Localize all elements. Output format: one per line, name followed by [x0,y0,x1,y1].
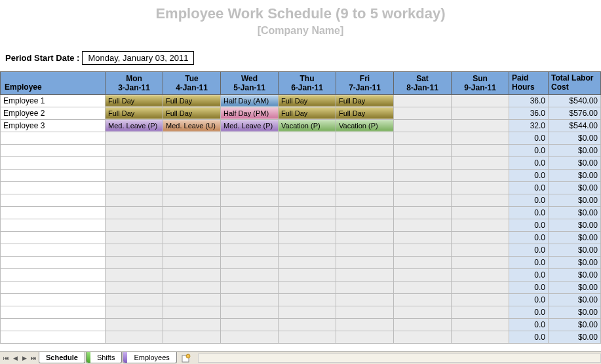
paid-hours-cell[interactable]: 0.0 [509,244,549,257]
shift-cell[interactable] [163,294,221,306]
paid-hours-cell[interactable]: 0.0 [509,219,549,232]
labor-cost-cell[interactable]: $0.00 [549,282,601,294]
labor-cost-cell[interactable]: $540.00 [549,95,601,107]
shift-cell[interactable]: Half Day (AM) [221,95,279,107]
employee-cell[interactable] [1,282,106,294]
shift-cell[interactable] [452,132,509,145]
shift-cell[interactable] [452,306,509,319]
shift-cell[interactable] [163,207,221,219]
shift-cell[interactable] [221,145,279,157]
paid-hours-cell[interactable]: 36.0 [509,95,549,107]
shift-cell[interactable] [452,232,509,244]
shift-cell[interactable] [452,294,509,306]
shift-cell[interactable] [163,232,221,244]
shift-cell[interactable] [106,132,163,145]
paid-hours-cell[interactable]: 0.0 [509,170,549,182]
shift-cell[interactable]: Med. Leave (P) [221,120,279,132]
shift-cell[interactable] [452,107,509,120]
period-start-date-input[interactable]: Monday, January 03, 2011 [82,51,194,65]
shift-cell[interactable] [221,306,279,319]
paid-hours-cell[interactable]: 0.0 [509,182,549,194]
shift-cell[interactable] [452,257,509,269]
labor-cost-cell[interactable]: $0.00 [549,132,601,145]
shift-cell[interactable] [336,194,394,207]
employee-cell[interactable] [1,257,106,269]
shift-cell[interactable] [221,257,279,269]
shift-cell[interactable] [279,132,336,145]
shift-cell[interactable] [279,257,336,269]
shift-cell[interactable] [279,170,336,182]
tab-nav-last-icon[interactable]: ⏭ [29,354,38,363]
col-wed[interactable]: Wed5-Jan-11 [221,72,279,95]
shift-cell[interactable] [221,269,279,282]
paid-hours-cell[interactable]: 0.0 [509,331,549,344]
shift-cell[interactable] [106,170,163,182]
shift-cell[interactable] [452,170,509,182]
employee-cell[interactable] [1,244,106,257]
employee-cell[interactable] [1,132,106,145]
shift-cell[interactable] [336,132,394,145]
shift-cell[interactable] [106,219,163,232]
shift-cell[interactable] [221,157,279,170]
shift-cell[interactable] [336,331,394,344]
shift-cell[interactable] [394,194,452,207]
shift-cell[interactable]: Full Day [336,95,394,107]
shift-cell[interactable] [394,319,452,331]
employee-cell[interactable] [1,232,106,244]
shift-cell[interactable] [106,194,163,207]
paid-hours-cell[interactable]: 0.0 [509,269,549,282]
shift-cell[interactable] [106,207,163,219]
shift-cell[interactable] [163,157,221,170]
labor-cost-cell[interactable]: $0.00 [549,244,601,257]
shift-cell[interactable] [279,331,336,344]
employee-cell[interactable] [1,170,106,182]
shift-cell[interactable] [394,170,452,182]
shift-cell[interactable] [279,145,336,157]
shift-cell[interactable] [394,282,452,294]
shift-cell[interactable] [394,157,452,170]
paid-hours-cell[interactable]: 0.0 [509,257,549,269]
labor-cost-cell[interactable]: $0.00 [549,207,601,219]
tab-nav-prev-icon[interactable]: ◀ [10,354,20,363]
shift-cell[interactable] [106,145,163,157]
shift-cell[interactable] [279,244,336,257]
shift-cell[interactable] [394,95,452,107]
tab-nav-next-icon[interactable]: ▶ [20,354,29,363]
shift-cell[interactable] [336,294,394,306]
shift-cell[interactable] [106,294,163,306]
shift-cell[interactable] [452,331,509,344]
shift-cell[interactable] [221,194,279,207]
shift-cell[interactable] [221,182,279,194]
shift-cell[interactable] [394,244,452,257]
shift-cell[interactable] [221,294,279,306]
labor-cost-cell[interactable]: $0.00 [549,331,601,344]
employee-cell[interactable] [1,219,106,232]
shift-cell[interactable] [394,132,452,145]
shift-cell[interactable] [106,269,163,282]
shift-cell[interactable] [452,219,509,232]
paid-hours-cell[interactable]: 0.0 [509,306,549,319]
shift-cell[interactable] [452,120,509,132]
shift-cell[interactable] [279,232,336,244]
shift-cell[interactable] [452,244,509,257]
employee-cell[interactable] [1,306,106,319]
shift-cell[interactable] [394,219,452,232]
paid-hours-cell[interactable]: 0.0 [509,232,549,244]
col-mon[interactable]: Mon3-Jan-11 [106,72,163,95]
shift-cell[interactable] [336,244,394,257]
shift-cell[interactable] [394,120,452,132]
shift-cell[interactable] [106,319,163,331]
shift-cell[interactable] [394,145,452,157]
col-paid-hours[interactable]: Paid Hours [509,72,549,95]
shift-cell[interactable] [163,282,221,294]
shift-cell[interactable] [394,306,452,319]
shift-cell[interactable] [394,269,452,282]
employee-cell[interactable]: Employee 3 [1,120,106,132]
labor-cost-cell[interactable]: $0.00 [549,170,601,182]
shift-cell[interactable] [394,107,452,120]
shift-cell[interactable] [279,282,336,294]
shift-cell[interactable] [336,257,394,269]
shift-cell[interactable] [452,319,509,331]
shift-cell[interactable] [106,157,163,170]
shift-cell[interactable] [106,331,163,344]
